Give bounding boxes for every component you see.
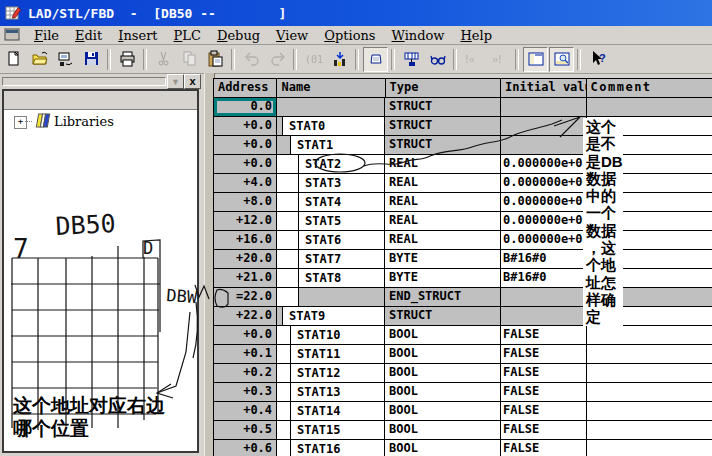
type-cell[interactable]: STRUCT xyxy=(385,307,501,326)
monitor-glasses-icon[interactable] xyxy=(425,47,450,72)
comment-cell[interactable] xyxy=(587,402,712,421)
name-cell[interactable]: STAT13 xyxy=(277,383,385,402)
address-cell[interactable]: +0.0 xyxy=(214,136,277,155)
menu-view[interactable]: View xyxy=(268,27,316,44)
name-cell[interactable]: STAT7 xyxy=(277,250,385,269)
address-cell[interactable]: +0.3 xyxy=(214,383,277,402)
name-cell[interactable]: STAT12 xyxy=(277,364,385,383)
redo-icon[interactable] xyxy=(265,47,290,72)
menu-debug[interactable]: Debug xyxy=(209,27,268,44)
initial-value-cell[interactable] xyxy=(501,136,586,155)
view-sidebar-icon[interactable] xyxy=(523,47,548,72)
print-icon[interactable] xyxy=(115,47,140,72)
paste-icon[interactable] xyxy=(203,47,228,72)
initial-value-cell[interactable]: 0.000000e+000 xyxy=(501,155,586,174)
address-cell[interactable]: =22.0 xyxy=(214,288,277,307)
comment-cell[interactable] xyxy=(587,421,712,440)
initial-value-cell[interactable]: B#16#0 xyxy=(501,250,586,269)
name-cell[interactable]: STAT4 xyxy=(277,193,385,212)
name-cell[interactable]: STAT11 xyxy=(277,345,385,364)
open-folder-icon[interactable] xyxy=(27,47,52,72)
comment-cell[interactable] xyxy=(587,326,712,345)
type-cell[interactable]: BOOL xyxy=(385,345,501,364)
address-cell[interactable]: +21.0 xyxy=(214,269,277,288)
document-system-menu-icon[interactable] xyxy=(4,28,20,42)
type-cell[interactable]: BOOL xyxy=(385,421,501,440)
address-cell[interactable]: +0.2 xyxy=(214,364,277,383)
type-cell[interactable]: REAL xyxy=(385,231,501,250)
comment-cell[interactable] xyxy=(587,383,712,402)
comment-cell[interactable] xyxy=(587,440,712,456)
address-cell[interactable]: +0.6 xyxy=(214,440,277,456)
plc-connection-icon[interactable] xyxy=(399,47,424,72)
type-cell[interactable]: STRUCT xyxy=(385,117,501,136)
download-icon[interactable] xyxy=(327,47,352,72)
name-cell[interactable]: STAT15 xyxy=(277,421,385,440)
initial-value-cell[interactable]: FALSE xyxy=(501,402,586,421)
type-cell[interactable]: BOOL xyxy=(385,326,501,345)
type-cell[interactable]: BYTE xyxy=(385,269,501,288)
initial-value-cell[interactable] xyxy=(501,117,586,136)
type-cell[interactable]: BOOL xyxy=(385,402,501,421)
data-view-icon[interactable] xyxy=(363,47,388,72)
type-cell[interactable]: REAL xyxy=(385,193,501,212)
name-cell[interactable] xyxy=(277,98,385,117)
menu-window[interactable]: Window xyxy=(384,27,453,44)
initial-value-cell[interactable]: FALSE xyxy=(501,421,586,440)
initial-value-cell[interactable]: FALSE xyxy=(501,326,586,345)
comment-cell[interactable] xyxy=(587,364,712,383)
menu-file[interactable]: File xyxy=(26,27,67,44)
menu-insert[interactable]: Insert xyxy=(110,27,165,44)
address-cell[interactable]: +8.0 xyxy=(214,193,277,212)
type-cell[interactable]: REAL xyxy=(385,155,501,174)
initial-value-cell[interactable]: 0.000000e+000 xyxy=(501,193,586,212)
name-cell[interactable]: STAT14 xyxy=(277,402,385,421)
type-cell[interactable]: REAL xyxy=(385,212,501,231)
initial-value-cell[interactable] xyxy=(501,288,586,307)
view-zoom-icon[interactable] xyxy=(549,47,574,72)
name-cell[interactable]: STAT10 xyxy=(277,326,385,345)
close-icon[interactable]: x xyxy=(184,74,201,89)
address-cell[interactable]: +0.1 xyxy=(214,345,277,364)
initial-value-cell[interactable]: FALSE xyxy=(501,364,586,383)
comment-cell[interactable] xyxy=(587,345,712,364)
initial-value-cell[interactable] xyxy=(501,98,586,117)
new-document-icon[interactable] xyxy=(1,47,26,72)
type-cell[interactable]: STRUCT xyxy=(385,98,501,117)
undo-icon[interactable] xyxy=(239,47,264,72)
goto-prev-error-icon[interactable]: !« xyxy=(461,47,486,72)
open-online-icon[interactable] xyxy=(53,47,78,72)
chevron-down-icon[interactable]: ▼ xyxy=(167,74,184,89)
goto-next-error-icon[interactable]: »! xyxy=(487,47,512,72)
initial-value-cell[interactable]: 0.000000e+000 xyxy=(501,174,586,193)
name-cell[interactable]: STAT8 xyxy=(277,269,385,288)
copy-icon[interactable] xyxy=(177,47,202,72)
type-cell[interactable]: BOOL xyxy=(385,440,501,456)
menu-edit[interactable]: Edit xyxy=(67,27,110,44)
save-icon[interactable] xyxy=(79,47,104,72)
initial-value-cell[interactable]: 0.000000e+000 xyxy=(501,212,586,231)
address-cell-selected[interactable]: 0.0 xyxy=(214,98,277,117)
address-cell[interactable]: +4.0 xyxy=(214,174,277,193)
type-cell[interactable]: STRUCT xyxy=(385,136,501,155)
menu-help[interactable]: Help xyxy=(452,27,500,44)
address-cell[interactable]: +0.0 xyxy=(214,117,277,136)
menu-plc[interactable]: PLC xyxy=(166,27,209,44)
name-cell[interactable]: STAT16 xyxy=(277,440,385,456)
type-cell[interactable]: END_STRUCT xyxy=(385,288,501,307)
name-cell[interactable] xyxy=(277,288,385,307)
address-cell[interactable]: +0.5 xyxy=(214,421,277,440)
type-cell[interactable]: BYTE xyxy=(385,250,501,269)
initial-value-cell[interactable]: FALSE xyxy=(501,440,586,456)
address-cell[interactable]: +12.0 xyxy=(214,212,277,231)
cut-icon[interactable] xyxy=(151,47,176,72)
name-cell[interactable]: STAT2 xyxy=(277,155,385,174)
menu-options[interactable]: Options xyxy=(316,27,383,44)
help-pointer-icon[interactable]: ? xyxy=(585,47,610,72)
address-toggle-icon[interactable]: (01) xyxy=(301,47,326,72)
name-cell[interactable]: STAT3 xyxy=(277,174,385,193)
pane-combo-field[interactable] xyxy=(2,77,166,86)
initial-value-cell[interactable]: FALSE xyxy=(501,383,586,402)
type-cell[interactable]: BOOL xyxy=(385,364,501,383)
initial-value-cell[interactable] xyxy=(501,307,586,326)
